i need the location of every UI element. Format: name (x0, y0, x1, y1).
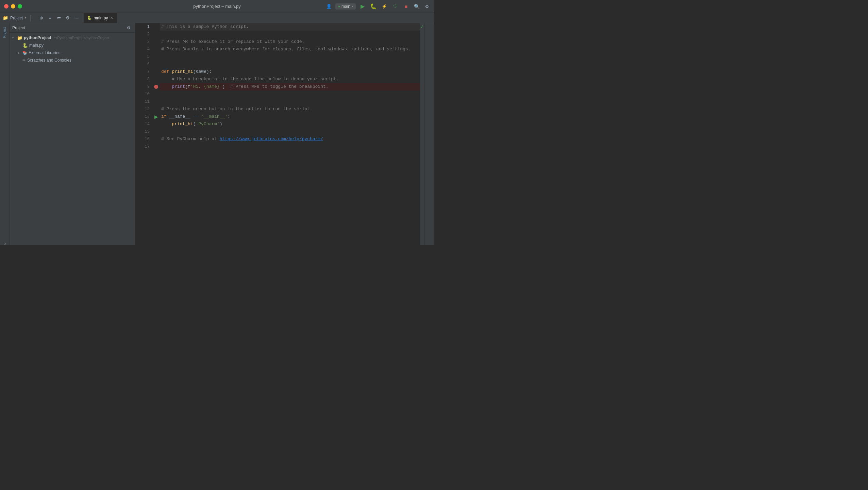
line-num-14: 14 (139, 120, 150, 128)
line-num-12: 12 (139, 105, 150, 113)
code-container[interactable]: 1 2 3 4 5 6 7 8 9 10 11 12 13 14 15 16 1… (135, 23, 424, 245)
tree-item-scratches[interactable]: ✏ Scratches and Consoles (10, 56, 135, 64)
main-py-tab[interactable]: 🐍 main.py ✕ (84, 13, 117, 23)
run-button[interactable]: ▶ (358, 2, 367, 11)
code-line-9: print(f'Hi, {name}') # Press ⌘F8 to togg… (160, 83, 420, 91)
tree-arrow-root: ▾ (12, 36, 16, 39)
tree-label-mainpy: main.py (29, 43, 44, 48)
line-num-9: 9 (139, 83, 150, 91)
gutter-markers: ▶ (152, 23, 160, 245)
marker-8 (152, 76, 160, 83)
code-editor[interactable]: # This is a sample Python script. # Pres… (160, 23, 420, 245)
marker-5 (152, 53, 160, 61)
line-num-2: 2 (139, 31, 150, 38)
line-num-11: 11 (139, 98, 150, 105)
close-button[interactable] (4, 4, 9, 9)
run-configuration[interactable]: ● main ▾ (335, 3, 356, 10)
line-num-7: 7 (139, 68, 150, 76)
marker-10 (152, 91, 160, 98)
run-config-label: main (341, 4, 350, 9)
stop-button[interactable]: ■ (402, 2, 410, 11)
py-file-icon: 🐍 (22, 43, 28, 48)
tree-item-root[interactable]: ▾ 📁 pythonProject ~/PycharmProjects/pyth… (10, 34, 135, 42)
marker-11 (152, 98, 160, 105)
breakpoint-dot[interactable] (154, 85, 158, 89)
marker-7 (152, 68, 160, 76)
marker-6 (152, 61, 160, 68)
line-number-gutter: 1 2 3 4 5 6 7 8 9 10 11 12 13 14 15 16 1… (135, 23, 152, 245)
code-line-6 (160, 61, 420, 68)
collapse-all-icon[interactable]: ≡ (46, 14, 54, 22)
marker-12 (152, 105, 160, 113)
marker-14 (152, 120, 160, 128)
folder-icon-root: 📁 (17, 35, 22, 40)
marker-3 (152, 38, 160, 46)
run-arrow-icon[interactable]: ▶ (154, 114, 158, 119)
tree-item-extlibs[interactable]: ▶ 📚 External Libraries (10, 49, 135, 56)
editor-area: 1 2 3 4 5 6 7 8 9 10 11 12 13 14 15 16 1… (135, 23, 424, 245)
line-num-1: 1 (139, 23, 150, 31)
run-config-arrow: ▾ (352, 5, 353, 8)
window-controls (4, 4, 22, 9)
project-settings-icon[interactable]: ⚙ (125, 24, 132, 32)
gear-icon[interactable]: ⚙ (64, 14, 71, 22)
debug-button[interactable]: 🐛 (369, 2, 378, 11)
line-num-5: 5 (139, 53, 150, 61)
project-panel-label[interactable]: Project (3, 24, 6, 40)
tree-item-mainpy[interactable]: 🐍 main.py (10, 42, 135, 49)
line-num-16: 16 (139, 135, 150, 143)
right-gutter: ✓ (420, 23, 424, 245)
sync-icon[interactable]: ⊕ (37, 14, 45, 22)
code-line-12: # Press the green button in the gutter t… (160, 105, 420, 113)
line-num-10: 10 (139, 91, 150, 98)
coverage-button[interactable]: 🛡 (391, 2, 399, 11)
code-line-15 (160, 128, 420, 135)
code-line-1: # This is a sample Python script. (160, 23, 420, 31)
tree-label-project: pythonProject (24, 35, 51, 40)
expand-icon[interactable]: ⇌ (55, 14, 63, 22)
vcs-icon[interactable]: 👤 (325, 3, 333, 10)
marker-9[interactable] (152, 83, 160, 91)
extlibs-icon: 📚 (22, 51, 27, 55)
code-line-13: if __name__ == '__main__': (160, 113, 420, 120)
toolbar-action-icons: ⊕ ≡ ⇌ ⚙ — (37, 14, 80, 22)
close-panel-icon[interactable]: — (73, 14, 80, 22)
main-layout: Project Structure Favorites ⭐ Project ⚙ … (0, 23, 434, 245)
tree-arrow-extlibs: ▶ (18, 51, 21, 54)
profile-button[interactable]: ⚡ (380, 2, 388, 11)
right-sidebar-stripe (424, 23, 434, 245)
settings-button[interactable]: ⚙ (423, 3, 431, 10)
line-num-13: 13 (139, 113, 150, 120)
project-tree: ▾ 📁 pythonProject ~/PycharmProjects/pyth… (10, 33, 135, 245)
toolbar-separator (30, 15, 31, 21)
minimize-button[interactable] (11, 4, 15, 9)
left-sidebar-stripe: Project Structure Favorites ⭐ (0, 23, 10, 245)
marker-2 (152, 31, 160, 38)
search-button[interactable]: 🔍 (413, 3, 420, 10)
code-line-3: # Press ^R to execute it or replace it w… (160, 38, 420, 46)
code-line-5 (160, 53, 420, 61)
code-line-11 (160, 98, 420, 105)
window-title: pythonProject – main.py (193, 4, 240, 9)
project-breadcrumb[interactable]: Project (10, 16, 23, 20)
tree-label-extlibs: External Libraries (29, 50, 60, 55)
code-line-16: # See PyCharm help at https://www.jetbra… (160, 135, 420, 143)
tab-close-button[interactable]: ✕ (110, 16, 114, 20)
line-num-8: 8 (139, 76, 150, 83)
tab-bar: 🐍 main.py ✕ (84, 13, 117, 23)
maximize-button[interactable] (18, 4, 22, 9)
marker-13[interactable]: ▶ (152, 113, 160, 120)
tab-file-icon: 🐍 (87, 16, 92, 20)
project-arrow: ▾ (25, 16, 26, 19)
project-header-title: Project (12, 26, 25, 30)
tree-path-project: ~/PycharmProjects/pythonProject (54, 36, 110, 40)
project-panel: Project ⚙ ▾ 📁 pythonProject ~/PycharmPro… (10, 23, 135, 245)
line-num-6: 6 (139, 61, 150, 68)
structure-label[interactable]: Structure (3, 240, 6, 245)
line-num-3: 3 (139, 38, 150, 46)
project-folder-icon: 📁 (3, 15, 8, 20)
marker-16 (152, 135, 160, 143)
line-num-4: 4 (139, 46, 150, 53)
line-num-17: 17 (139, 143, 150, 150)
code-line-4: # Press Double ⇧ to search everywhere fo… (160, 46, 420, 53)
